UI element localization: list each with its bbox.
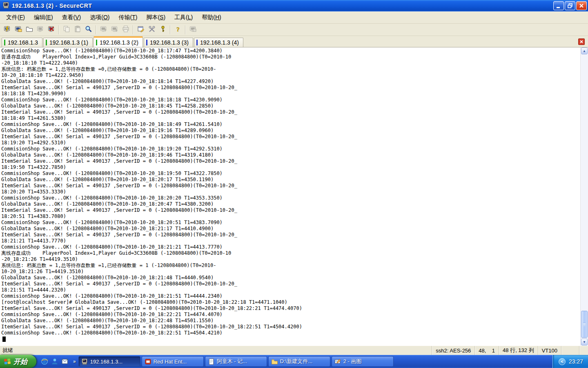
start-button[interactable]: 开始	[0, 355, 36, 368]
title-bar: 192.168.1.3 (2) - SecureCRT	[0, 0, 588, 11]
toolbar: ?	[0, 24, 588, 36]
tab-status-indicator	[46, 40, 47, 45]
connect-tab-button[interactable]	[24, 25, 35, 35]
disconnect-icon	[48, 25, 55, 34]
terminal-line: CommisionShop Save...OK! (-1208084800)(T…	[1, 195, 579, 201]
menu-v[interactable]: 查看(V)	[58, 12, 86, 23]
taskbar-button-0[interactable]: 192.168.1.3...	[78, 356, 140, 367]
terminal-line: 10-20_18:21:26 T1=4419.3510)	[1, 269, 579, 275]
menu-l[interactable]: 工具(L)	[170, 12, 197, 23]
securecrt-app-icon	[2, 2, 11, 10]
menu-e[interactable]: 编辑(E)	[29, 12, 58, 23]
session-tab-2[interactable]: 192.168.1.3 (2)	[94, 36, 143, 47]
session-tab-4[interactable]: 192.168.1.3 (4)	[194, 38, 243, 47]
session-tab-3[interactable]: 192.168.1.3 (3)	[144, 38, 193, 47]
terminal-line: CommisionShop Save...OK! (-1208084800)(T…	[1, 293, 579, 299]
quick-launch-overflow-chevron[interactable]: »	[73, 359, 76, 364]
quick-launch-bar: e	[36, 357, 72, 366]
taskbar-button-1[interactable]: Red Hat Ent...	[142, 356, 204, 367]
tab-status-indicator	[196, 40, 198, 45]
terminal-line: 系统信息: 档案总数 = 1,总等待存盘数量 =1,已经存储数量 = 1 (-1…	[1, 263, 579, 269]
session-tab-0[interactable]: 192.168.1.3	[2, 38, 42, 47]
properties-icon	[137, 25, 145, 34]
terminal-line: 18:18:18 T1=4230.9090)	[1, 91, 579, 97]
key-icon	[159, 25, 167, 34]
taskbar-button-label: 192.168.1.3...	[90, 359, 123, 365]
terminal-line: -20_18:18:10 T1=4222.9440)	[1, 60, 579, 66]
menu-bar: 文件(F)编辑(E)查看(V)选项(O)传输(T)脚本(S)工具(L)帮助(H)	[0, 11, 588, 24]
terminal-line: ItemSerial Save...OK! Serial = 490137 ,S…	[1, 109, 579, 115]
tab-status-indicator	[4, 40, 5, 45]
messenger-quicklaunch-icon[interactable]	[51, 357, 59, 366]
menu-f[interactable]: 文件(F)	[2, 12, 29, 23]
status-protocol: ssh2: AES-256	[432, 346, 474, 355]
menu-t[interactable]: 传输(T)	[114, 12, 142, 23]
terminal-line: CommisionShop Save...OK! (-1208084800)(T…	[1, 146, 579, 152]
svg-text:?: ?	[176, 26, 180, 32]
connect-tab-icon	[26, 25, 33, 34]
copy-button	[61, 25, 72, 35]
menu-s[interactable]: 脚本(S)	[142, 12, 170, 23]
restore-button[interactable]	[565, 1, 575, 10]
close-button[interactable]	[576, 1, 587, 10]
tray-hide-icons-chevron[interactable]: <	[559, 358, 566, 365]
find-button[interactable]	[83, 25, 94, 35]
terminal-line: 18:20:51 T1=4383.7080)	[1, 213, 579, 220]
svg-text:e: e	[43, 359, 46, 365]
ie-quicklaunch-icon[interactable]: e	[40, 357, 49, 366]
scroll-down-button[interactable]: ▼	[581, 339, 588, 346]
options-button[interactable]	[146, 25, 157, 35]
key-button[interactable]	[157, 25, 168, 35]
help-button[interactable]: ?	[172, 25, 183, 35]
toolbar-separator	[58, 25, 59, 34]
download-icon	[111, 25, 118, 34]
tab-label: 192.168.1.3 (4)	[200, 39, 239, 46]
terminal-line: GlobalData Save...OK! (-1208084800)(T0=2…	[1, 128, 579, 134]
toolbar-separator	[96, 25, 96, 34]
terminal-line: ItemSerial Save...OK! Serial = 490137 ,S…	[1, 85, 579, 91]
terminal-line: GlobalData Save...OK! (-1208084800)(T0=2…	[1, 318, 579, 324]
terminal-line: 系统信息: 档案总数 = 1,总等待存盘数量 =0,已经存储数量 = 0 (-1…	[1, 66, 579, 72]
taskbar-button-label: D:\新建文件...	[280, 358, 312, 365]
vertical-scrollbar[interactable]: ▲ ▼	[580, 47, 588, 346]
taskbar-clock: 23:27	[569, 358, 583, 365]
upload-icon	[100, 25, 107, 34]
quick-connect-button[interactable]	[2, 25, 13, 35]
terminal-line: 18:19:50 T1=4322.7850)	[1, 164, 579, 171]
terminal-line: CommisionShop Save...OK! (-1208084800)(T…	[1, 121, 579, 128]
terminal-line: ItemSerial Save...OK! Serial = 490137 ,S…	[1, 207, 579, 213]
terminal-line: CommisionShop Save...OK! (-1208084800)(T…	[1, 244, 579, 250]
status-grid-size: 48 行, 132 列	[499, 346, 538, 355]
terminal-line: 18:18:49 T1=4261.5380)	[1, 115, 579, 121]
menu-o[interactable]: 选项(O)	[85, 12, 114, 23]
tab-label: 192.168.1.3	[8, 39, 38, 46]
taskbar-button-2[interactable]: 阿童木 - 记...	[205, 356, 267, 367]
taskbar-button-4[interactable]: 2 - 画图	[332, 356, 394, 367]
disconnect-button[interactable]	[46, 25, 57, 35]
terminal-line: 18:19:20 T1=4292.5310)	[1, 140, 579, 146]
session-tab-1[interactable]: 192.168.1.3 (1)	[43, 38, 93, 47]
scroll-up-button[interactable]: ▲	[581, 47, 588, 54]
print-icon	[122, 25, 129, 34]
status-emulation: VT100	[538, 346, 561, 355]
system-tray: < 23:27	[552, 355, 588, 368]
tab-status-indicator	[96, 40, 97, 45]
menu-h[interactable]: 帮助(H)	[197, 12, 225, 23]
minimize-button[interactable]	[553, 1, 564, 10]
terminal-line: [root@localhost Server]# GlobalData Save…	[1, 299, 579, 305]
connect-button[interactable]	[13, 25, 24, 35]
tab-status-indicator	[146, 40, 147, 45]
terminal-line: 普通存盘成功 PlayerPool Index=1,Player Guid=3C…	[1, 54, 579, 60]
terminal-view[interactable]: CommisionShop Save...OK! (-1208084800)(T…	[0, 47, 588, 346]
tabbar-close-button[interactable]	[578, 38, 585, 45]
outlook-quicklaunch-icon[interactable]	[61, 357, 69, 366]
print-button	[120, 25, 131, 35]
scrollbar-thumb[interactable]	[581, 311, 588, 338]
taskbar-button-3[interactable]: D:\新建文件...	[268, 356, 330, 367]
tab-label: 192.168.1.3 (2)	[100, 39, 138, 46]
download-button	[109, 25, 120, 35]
properties-button[interactable]	[135, 25, 146, 35]
terminal-line: GlobalData Save...OK! (-1208084800)(T0=2…	[1, 177, 579, 183]
terminal-line: GlobalData Save...OK! (-1208084800)(T0=2…	[1, 201, 579, 207]
task-buttons: 192.168.1.3...Red Hat Ent...阿童木 - 记...D:…	[78, 356, 394, 367]
